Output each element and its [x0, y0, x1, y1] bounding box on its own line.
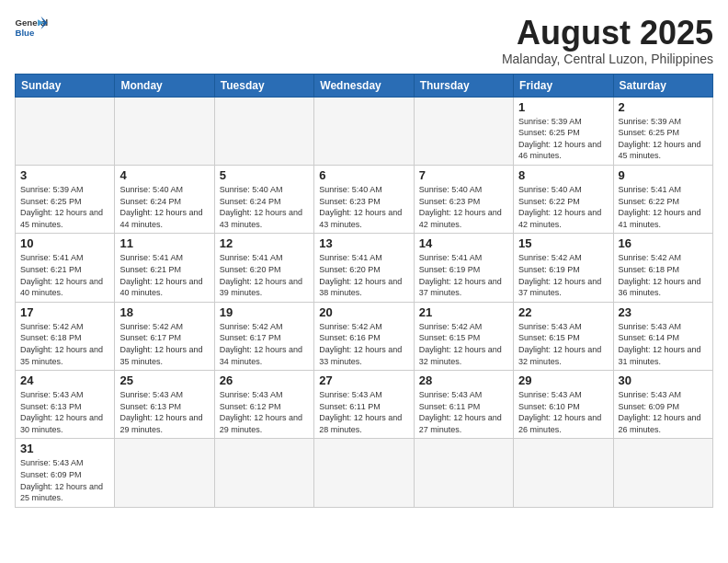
calendar-week-row: 1Sunrise: 5:39 AMSunset: 6:25 PMDaylight…	[16, 97, 713, 165]
day-info: Sunrise: 5:42 AMSunset: 6:16 PMDaylight:…	[319, 321, 408, 367]
day-info: Sunrise: 5:41 AMSunset: 6:21 PMDaylight:…	[119, 252, 209, 298]
svg-text:Blue: Blue	[16, 28, 35, 38]
calendar-day-cell: 5Sunrise: 5:40 AMSunset: 6:24 PMDaylight…	[214, 165, 313, 233]
day-info: Sunrise: 5:41 AMSunset: 6:22 PMDaylight:…	[619, 184, 708, 230]
calendar-day-cell: 21Sunrise: 5:42 AMSunset: 6:15 PMDayligh…	[414, 302, 513, 370]
day-number: 29	[518, 373, 608, 387]
calendar-day-cell: 16Sunrise: 5:42 AMSunset: 6:18 PMDayligh…	[613, 234, 712, 302]
calendar-day-cell: 24Sunrise: 5:43 AMSunset: 6:13 PMDayligh…	[16, 371, 115, 439]
weekday-header-saturday: Saturday	[613, 74, 712, 97]
day-info: Sunrise: 5:43 AMSunset: 6:10 PMDaylight:…	[518, 389, 608, 435]
day-info: Sunrise: 5:41 AMSunset: 6:20 PMDaylight:…	[319, 252, 408, 298]
calendar-day-cell: 29Sunrise: 5:43 AMSunset: 6:10 PMDayligh…	[514, 371, 613, 439]
day-number: 4	[119, 168, 209, 182]
calendar-day-cell: 11Sunrise: 5:41 AMSunset: 6:21 PMDayligh…	[115, 234, 214, 302]
calendar-day-cell	[314, 439, 414, 507]
day-number: 21	[419, 305, 508, 319]
day-number: 24	[20, 373, 109, 387]
calendar-day-cell: 8Sunrise: 5:40 AMSunset: 6:22 PMDaylight…	[514, 165, 613, 233]
calendar-day-cell: 30Sunrise: 5:43 AMSunset: 6:09 PMDayligh…	[613, 371, 712, 439]
calendar-day-cell: 28Sunrise: 5:43 AMSunset: 6:11 PMDayligh…	[414, 371, 513, 439]
day-info: Sunrise: 5:40 AMSunset: 6:23 PMDaylight:…	[419, 184, 508, 230]
day-info: Sunrise: 5:39 AMSunset: 6:25 PMDaylight:…	[619, 116, 708, 162]
weekday-header-tuesday: Tuesday	[214, 74, 313, 97]
calendar-day-cell: 17Sunrise: 5:42 AMSunset: 6:18 PMDayligh…	[16, 302, 115, 370]
calendar-day-cell	[214, 439, 313, 507]
day-number: 7	[419, 168, 508, 182]
weekday-header-friday: Friday	[514, 74, 613, 97]
day-number: 30	[619, 373, 708, 387]
calendar-day-cell	[514, 439, 613, 507]
day-info: Sunrise: 5:43 AMSunset: 6:11 PMDaylight:…	[319, 389, 408, 435]
calendar-day-cell	[115, 97, 214, 165]
calendar-day-cell: 10Sunrise: 5:41 AMSunset: 6:21 PMDayligh…	[16, 234, 115, 302]
calendar-day-cell: 1Sunrise: 5:39 AMSunset: 6:25 PMDaylight…	[514, 97, 613, 165]
day-info: Sunrise: 5:43 AMSunset: 6:11 PMDaylight:…	[419, 389, 508, 435]
day-info: Sunrise: 5:41 AMSunset: 6:21 PMDaylight:…	[20, 252, 109, 298]
day-info: Sunrise: 5:43 AMSunset: 6:12 PMDaylight:…	[220, 389, 309, 435]
calendar-week-row: 24Sunrise: 5:43 AMSunset: 6:13 PMDayligh…	[16, 371, 713, 439]
day-number: 2	[619, 100, 708, 114]
day-number: 28	[419, 373, 508, 387]
calendar-day-cell: 31Sunrise: 5:43 AMSunset: 6:09 PMDayligh…	[16, 439, 115, 507]
day-number: 9	[619, 168, 708, 182]
weekday-header-thursday: Thursday	[414, 74, 513, 97]
calendar-day-cell: 13Sunrise: 5:41 AMSunset: 6:20 PMDayligh…	[314, 234, 414, 302]
day-number: 11	[119, 236, 209, 250]
day-number: 26	[220, 373, 309, 387]
day-number: 20	[319, 305, 408, 319]
calendar-day-cell	[414, 97, 513, 165]
weekday-header-monday: Monday	[115, 74, 214, 97]
calendar-day-cell: 2Sunrise: 5:39 AMSunset: 6:25 PMDaylight…	[613, 97, 712, 165]
day-number: 17	[20, 305, 109, 319]
day-number: 31	[20, 442, 109, 455]
calendar-day-cell: 12Sunrise: 5:41 AMSunset: 6:20 PMDayligh…	[214, 234, 313, 302]
day-number: 5	[220, 168, 309, 182]
day-number: 27	[319, 373, 408, 387]
day-number: 6	[319, 168, 408, 182]
calendar-day-cell	[115, 439, 214, 507]
day-info: Sunrise: 5:43 AMSunset: 6:15 PMDaylight:…	[518, 321, 608, 367]
calendar-week-row: 3Sunrise: 5:39 AMSunset: 6:25 PMDaylight…	[16, 165, 713, 233]
day-number: 23	[619, 305, 708, 319]
day-number: 19	[220, 305, 309, 319]
title-area: August 2025 Malanday, Central Luzon, Phi…	[502, 15, 713, 66]
day-number: 10	[20, 236, 109, 250]
calendar-day-cell: 14Sunrise: 5:41 AMSunset: 6:19 PMDayligh…	[414, 234, 513, 302]
day-info: Sunrise: 5:43 AMSunset: 6:14 PMDaylight:…	[619, 321, 708, 367]
calendar-day-cell: 20Sunrise: 5:42 AMSunset: 6:16 PMDayligh…	[314, 302, 414, 370]
day-info: Sunrise: 5:42 AMSunset: 6:19 PMDaylight:…	[518, 252, 608, 298]
calendar-week-row: 31Sunrise: 5:43 AMSunset: 6:09 PMDayligh…	[16, 439, 713, 507]
day-info: Sunrise: 5:42 AMSunset: 6:15 PMDaylight:…	[419, 321, 508, 367]
day-info: Sunrise: 5:39 AMSunset: 6:25 PMDaylight:…	[518, 116, 608, 162]
day-info: Sunrise: 5:43 AMSunset: 6:13 PMDaylight:…	[119, 389, 209, 435]
calendar-day-cell: 15Sunrise: 5:42 AMSunset: 6:19 PMDayligh…	[514, 234, 613, 302]
day-info: Sunrise: 5:40 AMSunset: 6:24 PMDaylight:…	[119, 184, 209, 230]
day-number: 8	[518, 168, 608, 182]
day-number: 22	[518, 305, 608, 319]
weekday-header-row: SundayMondayTuesdayWednesdayThursdayFrid…	[16, 74, 713, 97]
day-info: Sunrise: 5:41 AMSunset: 6:20 PMDaylight:…	[220, 252, 309, 298]
calendar-day-cell	[613, 439, 712, 507]
day-info: Sunrise: 5:40 AMSunset: 6:24 PMDaylight:…	[220, 184, 309, 230]
calendar-day-cell: 3Sunrise: 5:39 AMSunset: 6:25 PMDaylight…	[16, 165, 115, 233]
calendar: SundayMondayTuesdayWednesdayThursdayFrid…	[15, 74, 713, 508]
weekday-header-sunday: Sunday	[16, 74, 115, 97]
calendar-day-cell: 27Sunrise: 5:43 AMSunset: 6:11 PMDayligh…	[314, 371, 414, 439]
calendar-day-cell: 26Sunrise: 5:43 AMSunset: 6:12 PMDayligh…	[214, 371, 313, 439]
generalblue-logo-icon: General Blue	[15, 15, 48, 40]
calendar-day-cell: 6Sunrise: 5:40 AMSunset: 6:23 PMDaylight…	[314, 165, 414, 233]
day-number: 1	[518, 100, 608, 114]
day-info: Sunrise: 5:40 AMSunset: 6:23 PMDaylight:…	[319, 184, 408, 230]
logo: General Blue	[15, 15, 48, 40]
calendar-day-cell: 18Sunrise: 5:42 AMSunset: 6:17 PMDayligh…	[115, 302, 214, 370]
calendar-week-row: 17Sunrise: 5:42 AMSunset: 6:18 PMDayligh…	[16, 302, 713, 370]
calendar-day-cell	[414, 439, 513, 507]
day-info: Sunrise: 5:43 AMSunset: 6:13 PMDaylight:…	[20, 389, 109, 435]
calendar-day-cell: 19Sunrise: 5:42 AMSunset: 6:17 PMDayligh…	[214, 302, 313, 370]
day-info: Sunrise: 5:43 AMSunset: 6:09 PMDaylight:…	[619, 389, 708, 435]
weekday-header-wednesday: Wednesday	[314, 74, 414, 97]
day-info: Sunrise: 5:42 AMSunset: 6:17 PMDaylight:…	[119, 321, 209, 367]
calendar-day-cell: 4Sunrise: 5:40 AMSunset: 6:24 PMDaylight…	[115, 165, 214, 233]
calendar-day-cell: 7Sunrise: 5:40 AMSunset: 6:23 PMDaylight…	[414, 165, 513, 233]
